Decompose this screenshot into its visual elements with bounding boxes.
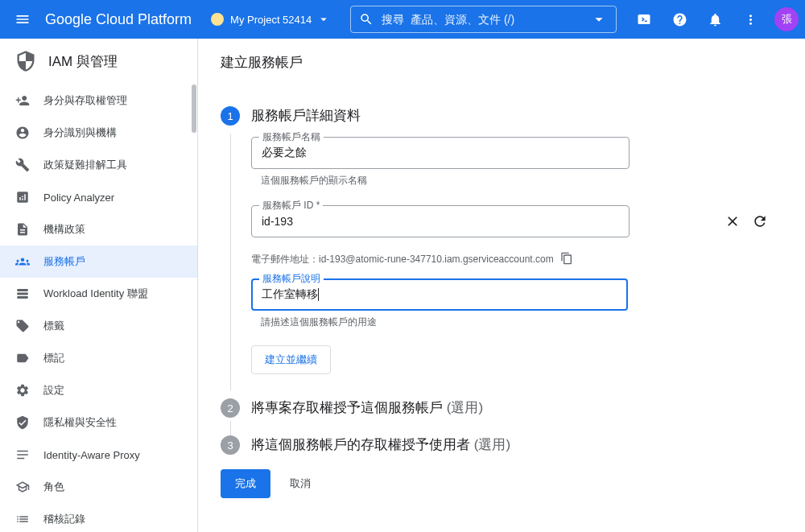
list-icon — [14, 511, 31, 527]
label-icon — [14, 350, 31, 366]
sidebar-item-label: 稽核記錄 — [43, 512, 85, 526]
tag-icon — [14, 318, 31, 334]
sidebar-item-label: 政策疑難排解工具 — [43, 158, 127, 172]
doc-icon — [14, 221, 31, 237]
people-add-icon — [14, 93, 31, 109]
project-name: My Project 52414 — [230, 14, 312, 26]
header-actions: 張 — [630, 5, 799, 34]
name-helper: 這個服務帳戶的顯示名稱 — [261, 174, 782, 188]
sidebar-item-label: Identity-Aware Proxy — [43, 449, 140, 461]
sidebar-item-7[interactable]: 標籤 — [0, 310, 197, 342]
sidebar-item-8[interactable]: 標記 — [0, 342, 197, 374]
sidebar-item-11[interactable]: Identity-Aware Proxy — [0, 439, 197, 471]
cancel-button[interactable]: 取消 — [280, 469, 320, 498]
notifications-icon[interactable] — [700, 5, 729, 34]
search-icon — [359, 12, 374, 27]
sidebar-item-label: 機構政策 — [43, 222, 85, 237]
analyzer-icon — [14, 189, 31, 205]
project-dot-icon — [211, 13, 224, 26]
shield-check-icon — [14, 414, 31, 431]
sidebar-item-label: 標記 — [43, 351, 64, 365]
page-title: 建立服務帳戶 — [198, 39, 805, 87]
description-field: 服務帳戶說明 工作室轉移 — [251, 278, 782, 311]
more-icon[interactable] — [736, 5, 765, 34]
avatar[interactable]: 張 — [774, 7, 799, 31]
sidebar-item-2[interactable]: 政策疑難排解工具 — [0, 149, 197, 181]
sidebar-item-6[interactable]: Workload Identity 聯盟 — [0, 278, 197, 310]
refresh-icon[interactable] — [749, 210, 771, 233]
svg-rect-0 — [17, 289, 28, 291]
email-line: 電子郵件地址：id-193@atomic-rune-347710.iam.gse… — [251, 252, 782, 267]
sidebar-item-label: 身分識別與機構 — [43, 126, 117, 140]
sidebar-item-0[interactable]: 身分與存取權管理 — [0, 85, 197, 117]
sidebar-item-4[interactable]: 機構政策 — [0, 213, 197, 245]
sidebar-item-label: 標籤 — [43, 319, 64, 333]
sidebar-item-label: Policy Analyzer — [43, 192, 114, 204]
sidebar-item-label: Workload Identity 聯盟 — [43, 287, 148, 301]
copy-icon[interactable] — [560, 252, 573, 267]
name-label: 服務帳戶名稱 — [259, 130, 324, 144]
sidebar: IAM 與管理 身分與存取權管理身分識別與機構政策疑難排解工具Policy An… — [0, 39, 198, 532]
sidebar-item-9[interactable]: 設定 — [0, 374, 197, 406]
step-3-title: 將這個服務帳戶的存取權授予使用者 (選用) — [251, 435, 510, 455]
sidebar-item-label: 隱私權與安全性 — [43, 415, 117, 430]
step-2-title: 將專案存取權授予這個服務帳戶 (選用) — [251, 398, 483, 418]
id-field: 服務帳戶 ID * — [251, 205, 782, 237]
sidebar-item-label: 設定 — [43, 383, 64, 398]
svg-rect-1 — [17, 293, 28, 295]
create-continue-button[interactable]: 建立並繼續 — [251, 345, 331, 374]
top-header: Google Cloud Platform My Project 52414 張 — [0, 0, 805, 39]
search-bar[interactable] — [350, 6, 617, 33]
sidebar-item-1[interactable]: 身分識別與機構 — [0, 117, 197, 149]
sidebar-item-5[interactable]: 服務帳戶 — [0, 245, 197, 278]
svg-rect-2 — [17, 296, 28, 299]
sidebar-item-label: 身分與存取權管理 — [43, 93, 127, 108]
sidebar-item-3[interactable]: Policy Analyzer — [0, 181, 197, 213]
step-number-1: 1 — [221, 106, 240, 126]
sidebar-item-12[interactable]: 角色 — [0, 471, 197, 503]
menu-icon[interactable] — [6, 3, 39, 35]
main-content: 建立服務帳戶 1 服務帳戶詳細資料 服務帳戶名稱 這個服務帳戶的顯示名稱 服務帳… — [198, 39, 805, 532]
help-icon[interactable] — [665, 5, 694, 34]
description-helper: 請描述這個服務帳戶的用途 — [261, 315, 782, 329]
step-2-header[interactable]: 2 將專案存取權授予這個服務帳戶 (選用) — [221, 398, 782, 418]
workload-icon — [14, 286, 31, 302]
iap-icon — [14, 447, 31, 463]
logo[interactable]: Google Cloud Platform — [45, 11, 192, 28]
scrollbar-thumb[interactable] — [192, 85, 196, 133]
clear-icon[interactable] — [721, 210, 744, 233]
project-picker[interactable]: My Project 52414 — [204, 12, 337, 27]
name-field: 服務帳戶名稱 — [251, 137, 782, 169]
step-number-2: 2 — [221, 398, 240, 418]
service-account-icon — [14, 254, 31, 270]
chevron-down-icon[interactable] — [590, 10, 608, 28]
sidebar-item-10[interactable]: 隱私權與安全性 — [0, 406, 197, 439]
done-button[interactable]: 完成 — [221, 469, 270, 498]
hat-icon — [14, 479, 31, 495]
sidebar-item-label: 角色 — [43, 480, 64, 494]
id-label: 服務帳戶 ID * — [259, 199, 323, 212]
chevron-down-icon — [316, 12, 331, 27]
sidebar-title[interactable]: IAM 與管理 — [0, 39, 197, 85]
wrench-icon — [14, 157, 31, 173]
sidebar-item-13[interactable]: 稽核記錄 — [0, 503, 197, 532]
step-1-header: 1 服務帳戶詳細資料 — [221, 106, 782, 126]
gear-icon — [14, 382, 31, 398]
cloud-shell-icon[interactable] — [630, 5, 658, 34]
step-1-title: 服務帳戶詳細資料 — [251, 106, 361, 126]
sidebar-title-text: IAM 與管理 — [48, 52, 118, 71]
person-circle-icon — [14, 125, 31, 141]
description-label: 服務帳戶說明 — [259, 272, 324, 286]
sidebar-item-label: 服務帳戶 — [43, 254, 85, 269]
iam-shield-icon — [14, 50, 37, 72]
step-number-3: 3 — [221, 435, 240, 455]
search-input[interactable] — [382, 13, 582, 26]
step-3-header[interactable]: 3 將這個服務帳戶的存取權授予使用者 (選用) — [221, 435, 782, 455]
